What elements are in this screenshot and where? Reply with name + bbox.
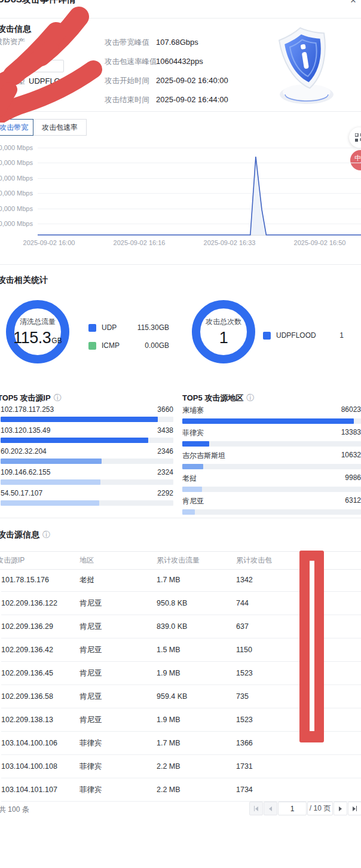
attack-info-field-row: 攻击包速率峰值 10604432pps: [105, 57, 228, 76]
cell-region: 菲律宾: [79, 785, 157, 795]
field-value: 2025-09-02 16:44:00: [156, 95, 228, 105]
page-input[interactable]: [278, 802, 307, 815]
next-page-button[interactable]: [334, 802, 347, 815]
legend-swatch: [88, 324, 96, 332]
field-value: 10604432pps: [156, 57, 203, 66]
cell-region: 肯尼亚: [79, 598, 157, 609]
divider: [0, 18, 361, 19]
attack-info-fields: 攻击带宽峰值 107.68Gbps 攻击包速率峰值 10604432pps 攻击…: [105, 38, 228, 114]
attack-type-value: UDPFLOOD: [29, 77, 72, 85]
field-label: 攻击带宽峰值: [105, 38, 156, 47]
cell-region: 肯尼亚: [79, 715, 157, 725]
cell-traffic: 1.7 MB: [157, 576, 236, 584]
cell-packets: 637: [236, 622, 361, 631]
protected-asset-label: 被防资产: [0, 37, 24, 47]
bar-fill: [182, 441, 209, 447]
cell-packets: 1523: [236, 716, 361, 724]
info-icon[interactable]: ⓘ: [246, 393, 254, 404]
top5-value: 2346: [157, 447, 173, 456]
cell-packets: 735: [236, 692, 361, 701]
cell-region: 老挝: [79, 575, 157, 585]
top5-value: 2292: [157, 489, 173, 497]
top5-ip-list: 102.178.117.253 3660 103.120.135.49 3438…: [1, 405, 173, 510]
attack-info-field-row: 攻击开始时间 2025-09-02 16:40:00: [105, 76, 228, 95]
section-title-top5-region: TOP5 攻击源地区 ⓘ: [182, 393, 254, 404]
cell-ip: 103.104.100.106: [1, 739, 79, 747]
top5-ip-item: 102.178.117.253 3660: [1, 405, 173, 422]
cell-ip: 102.209.136.45: [1, 669, 79, 677]
top5-value: 2324: [157, 468, 173, 476]
prev-page-icon: [269, 806, 272, 811]
bar-fill: [182, 487, 202, 492]
page-title: DDoS攻击事件详情: [0, 0, 76, 5]
info-icon[interactable]: ⓘ: [54, 393, 62, 404]
cell-traffic: 1.5 MB: [157, 646, 236, 654]
attack-line: [38, 157, 361, 235]
attack-bandwidth-chart: 120,000 Mbps100,000 Mbps80,000 Mbps60,00…: [0, 143, 361, 251]
top5-value: 10632: [341, 451, 361, 461]
first-page-button[interactable]: [249, 802, 263, 815]
protected-asset-value: 4: [45, 37, 50, 46]
bar-track: [182, 441, 361, 447]
cell-packets: 1366: [236, 739, 361, 747]
section-title-top5-ip: TOP5 攻击源IP ⓘ: [0, 393, 62, 404]
bar-track: [182, 487, 361, 492]
top5-region-item: 老挝 9986: [182, 473, 361, 492]
top5-ip-item: 54.50.17.107 2292: [1, 489, 173, 506]
chart-series-svg: [0, 143, 361, 251]
cell-ip: 101.78.15.176: [1, 576, 79, 584]
next-page-icon: [339, 806, 342, 811]
top5-region-item: 肯尼亚 6312: [182, 496, 361, 515]
tab-attack-bandwidth[interactable]: 攻击带宽: [0, 119, 33, 136]
obscured-button[interactable]: [30, 60, 64, 72]
top5-label: 102.178.117.253: [1, 405, 54, 414]
close-icon[interactable]: ×: [350, 0, 356, 7]
attack-count-legend: UDPFLOOD 1: [263, 331, 344, 349]
attack-info-field-row: 攻击带宽峰值 107.68Gbps: [105, 38, 228, 57]
legend-item-icmp: ICMP 0.00GB: [88, 341, 169, 350]
section-title-attack-stats: 攻击相关统计: [0, 275, 48, 286]
cell-ip: 102.209.138.13: [1, 716, 79, 724]
shield-info-illustration: [272, 23, 339, 106]
legend-swatch: [263, 332, 271, 340]
donut-value: 1: [219, 329, 228, 347]
clean-traffic-legend: UDP 115.30GB ICMP 0.00GB: [88, 323, 169, 359]
donut-label: 清洗总流量: [20, 317, 56, 327]
field-label: 攻击包速率峰值: [105, 57, 156, 66]
cell-region: 肯尼亚: [79, 692, 157, 702]
top5-value: 13383: [341, 428, 361, 438]
attack-type-label: 攻击类型: [0, 77, 24, 87]
last-page-button[interactable]: [348, 802, 361, 815]
table-row: 103.104.100.108 菲律宾 2.2 MB 1731: [1, 755, 361, 778]
bar-fill: [182, 464, 203, 469]
info-icon[interactable]: ⓘ: [42, 530, 50, 540]
top5-ip-item: 60.202.32.204 2346: [1, 447, 173, 464]
ddos-event-detail-drawer: DDoS攻击事件详情 × 攻击信息 被防资产 4 攻击类型 UDPFLOOD 攻…: [0, 0, 361, 868]
field-value: 107.68Gbps: [156, 38, 198, 47]
top5-label: 60.202.32.204: [1, 447, 47, 456]
page-total: / 10 页: [307, 802, 333, 815]
col-header-traffic: 累计攻击流量: [157, 555, 236, 566]
bar-track: [182, 509, 361, 515]
cell-ip: 102.209.136.122: [1, 599, 79, 607]
bar-fill: [1, 479, 100, 485]
bar-fill: [1, 500, 99, 506]
cell-traffic: 2.2 MB: [157, 762, 236, 771]
field-label: 攻击结束时间: [105, 95, 156, 105]
section-title-attack-info: 攻击信息: [0, 24, 31, 35]
donut-label: 攻击总次数: [206, 317, 241, 327]
cell-region: 菲律宾: [79, 762, 157, 772]
top5-region-list: 柬埔寨 86023 菲律宾 13383 吉尔吉斯斯坦 10632: [182, 405, 361, 519]
top5-value: 86023: [341, 405, 361, 415]
top5-label: 吉尔吉斯斯坦: [182, 451, 225, 461]
divider: [0, 518, 361, 518]
bar-fill: [1, 417, 158, 422]
tab-attack-packet-rate[interactable]: 攻击包速率: [33, 119, 87, 136]
total-count: 共 100 条: [0, 805, 29, 815]
cell-region: 肯尼亚: [79, 622, 157, 632]
prev-page-button[interactable]: [264, 802, 277, 815]
top5-region-item: 柬埔寨 86023: [182, 405, 361, 424]
top5-label: 肯尼亚: [182, 496, 204, 506]
cell-traffic: 1.9 MB: [157, 669, 236, 677]
top5-label: 菲律宾: [182, 428, 204, 438]
